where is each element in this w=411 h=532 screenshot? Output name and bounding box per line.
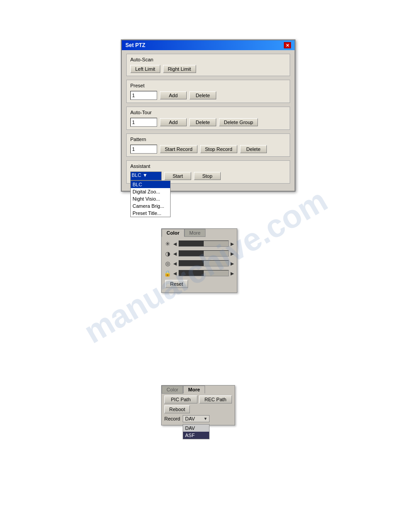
- auto-tour-input[interactable]: [130, 118, 157, 127]
- assistant-option-digital-zoom[interactable]: Digital Zoo...: [131, 188, 170, 195]
- color-panel-bottom: Color More PIC Path REC Path Reboot Reco…: [161, 385, 235, 425]
- contrast-arrow-left[interactable]: ◀: [172, 251, 178, 256]
- record-option-dav[interactable]: DAV: [183, 425, 209, 432]
- assistant-dropdown-arrow: ▼: [142, 172, 147, 178]
- dialog-titlebar: Set PTZ ✕: [122, 40, 295, 50]
- reset-button[interactable]: Reset: [165, 280, 188, 288]
- dialog-title: Set PTZ: [125, 42, 146, 48]
- assistant-dropdown-container: BLC ▼ BLC Digital Zoo... Night Visio... …: [130, 172, 162, 180]
- color-panel-top: Color More ✳ ◀ ▶ ◑ ◀ ▶ ◎ ◀: [161, 228, 237, 293]
- hue-slider-fill: [179, 261, 204, 266]
- hue-icon: ◎: [163, 259, 171, 267]
- record-label: Record: [164, 416, 180, 421]
- assistant-option-blc[interactable]: BLC: [131, 181, 170, 188]
- assistant-row: BLC ▼ BLC Digital Zoo... Night Visio... …: [130, 172, 286, 180]
- saturation-slider-track[interactable]: [179, 270, 229, 276]
- slider-saturation-row: 🔒 ◀ ▶: [163, 269, 235, 277]
- path-row: PIC Path REC Path: [164, 395, 232, 403]
- assistant-section: Assistant BLC ▼ BLC Digital Zoo... Night…: [126, 160, 290, 184]
- preset-row: Add Delete: [130, 91, 286, 100]
- assistant-stop-button[interactable]: Stop: [194, 172, 221, 180]
- saturation-slider-fill: [179, 270, 204, 276]
- color-panel-top-body: ✳ ◀ ▶ ◑ ◀ ▶ ◎ ◀ ▶ 🔒 ◀: [162, 237, 237, 292]
- assistant-select[interactable]: BLC ▼: [130, 172, 162, 180]
- brightness-arrow-right[interactable]: ▶: [230, 241, 235, 246]
- preset-delete-button[interactable]: Delete: [189, 91, 216, 99]
- contrast-icon: ◑: [163, 249, 171, 257]
- pattern-input[interactable]: [130, 145, 157, 154]
- brightness-slider-track[interactable]: [179, 240, 229, 247]
- tab-more-inactive[interactable]: More: [184, 229, 206, 237]
- saturation-arrow-left[interactable]: ◀: [172, 271, 178, 276]
- assistant-option-camera-brig[interactable]: Camera Brig...: [131, 202, 170, 210]
- assistant-start-button[interactable]: Start: [164, 172, 191, 180]
- record-option-asf[interactable]: ASF: [183, 432, 209, 439]
- assistant-selected-value: BLC: [132, 172, 141, 178]
- hue-arrow-left[interactable]: ◀: [172, 261, 178, 266]
- pattern-row: Start Record Stop Record Delete: [130, 145, 286, 154]
- auto-tour-section: Auto-Tour Add Delete Delete Group: [126, 107, 290, 130]
- hue-arrow-right[interactable]: ▶: [230, 261, 235, 266]
- pattern-stop-record-button[interactable]: Stop Record: [200, 145, 237, 153]
- auto-tour-add-button[interactable]: Add: [160, 118, 187, 126]
- color-panel-bottom-tabs: Color More: [162, 386, 235, 394]
- preset-add-button[interactable]: Add: [160, 91, 187, 99]
- contrast-slider-fill: [179, 251, 204, 256]
- tab-color-inactive[interactable]: Color: [162, 386, 183, 394]
- preset-section: Preset Add Delete: [126, 80, 290, 103]
- record-dropdown-list: DAV ASF: [183, 424, 210, 439]
- color-panel-top-tabs: Color More: [162, 229, 237, 237]
- assistant-label: Assistant: [130, 163, 286, 169]
- auto-scan-section: Auto-Scan Left Limit Right Limit: [126, 54, 290, 76]
- auto-tour-label: Auto-Tour: [130, 110, 286, 115]
- auto-tour-delete-button[interactable]: Delete: [189, 118, 216, 126]
- assistant-option-preset-title[interactable]: Preset Title...: [131, 210, 170, 217]
- tab-color-active[interactable]: Color: [162, 229, 184, 237]
- auto-tour-row: Add Delete Delete Group: [130, 118, 286, 127]
- pattern-section: Pattern Start Record Stop Record Delete: [126, 133, 290, 157]
- preset-input[interactable]: [130, 91, 157, 100]
- record-select[interactable]: DAV ▼: [183, 415, 210, 422]
- auto-scan-row: Left Limit Right Limit: [130, 65, 286, 73]
- assistant-option-night-vision[interactable]: Night Visio...: [131, 195, 170, 202]
- record-selected-value: DAV: [185, 416, 195, 421]
- tab-more-active[interactable]: More: [183, 386, 205, 394]
- hue-slider-track[interactable]: [179, 260, 229, 266]
- more-panel-body: PIC Path REC Path Reboot Record DAV ▼ DA…: [162, 394, 235, 425]
- contrast-arrow-right[interactable]: ▶: [230, 251, 235, 256]
- auto-tour-delete-group-button[interactable]: Delete Group: [219, 118, 258, 126]
- assistant-dropdown-list: BLC Digital Zoo... Night Visio... Camera…: [130, 180, 171, 217]
- pattern-delete-button[interactable]: Delete: [240, 145, 267, 153]
- auto-scan-label: Auto-Scan: [130, 57, 286, 62]
- pattern-start-record-button[interactable]: Start Record: [160, 145, 197, 153]
- pattern-label: Pattern: [130, 137, 286, 142]
- preset-label: Preset: [130, 83, 286, 88]
- contrast-slider-track[interactable]: [179, 250, 229, 257]
- brightness-slider-fill: [179, 241, 204, 246]
- right-limit-button[interactable]: Right Limit: [163, 65, 196, 73]
- set-ptz-dialog: Set PTZ ✕ Auto-Scan Left Limit Right Lim…: [121, 39, 295, 192]
- rec-path-button[interactable]: REC Path: [199, 395, 232, 403]
- saturation-arrow-right[interactable]: ▶: [230, 271, 235, 276]
- left-limit-button[interactable]: Left Limit: [130, 65, 160, 73]
- pic-path-button[interactable]: PIC Path: [164, 395, 197, 403]
- dialog-body: Auto-Scan Left Limit Right Limit Preset …: [122, 50, 295, 191]
- slider-hue-row: ◎ ◀ ▶: [163, 259, 235, 267]
- brightness-icon: ✳: [163, 240, 171, 248]
- saturation-icon: 🔒: [163, 269, 171, 277]
- slider-brightness-row: ✳ ◀ ▶: [163, 240, 235, 248]
- reboot-row: Reboot: [164, 405, 232, 415]
- brightness-arrow-left[interactable]: ◀: [172, 241, 178, 246]
- record-row: Record DAV ▼ DAV ASF: [164, 415, 232, 422]
- slider-contrast-row: ◑ ◀ ▶: [163, 249, 235, 257]
- close-button[interactable]: ✕: [284, 42, 291, 48]
- record-dropdown-arrow: ▼: [204, 416, 208, 421]
- reboot-button[interactable]: Reboot: [164, 405, 190, 413]
- record-dropdown-container: DAV ▼ DAV ASF: [183, 415, 210, 422]
